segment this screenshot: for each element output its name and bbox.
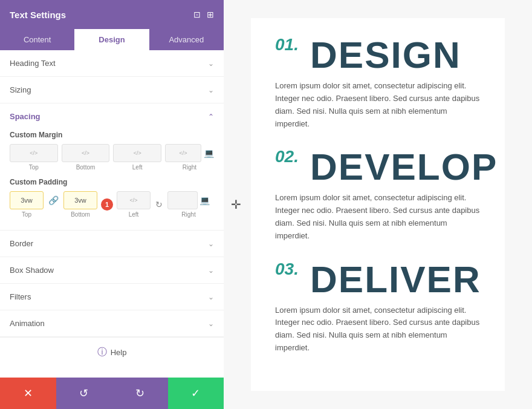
reset-padding-btn[interactable]: ↻ [154, 198, 164, 211]
section-animation[interactable]: Animation ⌄ [0, 310, 224, 337]
section-border[interactable]: Border ⌄ [0, 231, 224, 257]
panel-content: Heading Text ⌄ Sizing ⌄ Spacing ⌃ Custom… [0, 50, 224, 378]
panel-title: Text Settings [10, 10, 66, 20]
padding-bottom-label: Bottom [71, 211, 90, 218]
box-shadow-label: Box Shadow [10, 266, 54, 275]
box-shadow-chevron: ⌄ [208, 266, 214, 275]
code-icon-3: </> [134, 150, 141, 156]
padding-top-value: 3vw [21, 197, 33, 204]
sizing-label: Sizing [10, 85, 31, 94]
margin-top-group: </> Top [10, 144, 58, 171]
code-icon: </> [30, 150, 37, 156]
tab-content[interactable]: Content [0, 29, 74, 50]
border-chevron: ⌄ [208, 240, 214, 248]
tab-design[interactable]: Design [74, 29, 149, 50]
left-panel: Text Settings ⊡ ⊞ Content Design Advance… [0, 0, 224, 409]
expand-icon[interactable]: ⊡ [193, 10, 201, 19]
heading-text-label: Heading Text [10, 59, 56, 68]
padding-label: Custom Padding [10, 178, 214, 186]
item-2-title: DEVELOP [310, 148, 498, 186]
heading-text-chevron: ⌄ [208, 59, 214, 68]
padding-top-input[interactable]: 3vw [10, 191, 44, 209]
code-icon-2: </> [82, 150, 89, 156]
device-icon-padding[interactable]: 💻 [199, 195, 210, 205]
save-button[interactable]: ✓ [168, 378, 224, 409]
help-icon[interactable]: ⓘ [97, 346, 107, 359]
item-3-title: DELIVER [310, 261, 481, 298]
padding-right-input[interactable] [167, 191, 198, 209]
section-sizing[interactable]: Sizing ⌄ [0, 77, 224, 103]
code-icon-5: </> [129, 197, 137, 203]
content-item-1: 01. DESIGN Lorem ipsum dolor sit amet, c… [275, 36, 481, 130]
link-padding-btn[interactable]: 🔗 [47, 194, 60, 206]
padding-left-input[interactable]: </> [117, 191, 151, 209]
margin-bottom-group: </> Bottom [62, 144, 110, 171]
padding-top-group: 3vw Top [10, 191, 44, 218]
move-cursor-icon: ✛ [231, 197, 241, 212]
content-item-3: 03. DELIVER Lorem ipsum dolor sit amet, … [275, 261, 481, 355]
redo-button[interactable]: ↻ [112, 378, 168, 409]
content-item-2-header: 02. DEVELOP [275, 148, 481, 186]
undo-button[interactable]: ↺ [56, 378, 112, 409]
section-spacing-header[interactable]: Spacing ⌃ [0, 103, 224, 125]
padding-left-label: Left [129, 211, 139, 218]
filters-label: Filters [10, 292, 31, 301]
padding-bottom-group: 3vw Bottom [63, 191, 97, 218]
margin-right-input[interactable]: </> [165, 144, 201, 162]
padding-left-group: </> Left [117, 191, 151, 218]
border-label: Border [10, 239, 33, 248]
animation-chevron: ⌄ [208, 319, 214, 328]
content-item-3-header: 03. DELIVER [275, 261, 481, 298]
help-text[interactable]: Help [111, 348, 127, 357]
padding-bottom-value: 3vw [74, 197, 86, 204]
item-2-number: 02. [275, 148, 305, 165]
cancel-button[interactable]: ✕ [0, 378, 56, 409]
spacing-chevron: ⌃ [208, 113, 214, 121]
content-item-2: 02. DEVELOP Lorem ipsum dolor sit amet, … [275, 148, 481, 242]
right-panel: ✛ 01. DESIGN Lorem ipsum dolor sit amet,… [224, 0, 532, 409]
margin-top-label: Top [29, 164, 39, 171]
filters-chevron: ⌄ [208, 293, 214, 301]
panel-header: Text Settings ⊡ ⊞ [0, 0, 224, 29]
grid-icon[interactable]: ⊞ [207, 10, 214, 19]
margin-left-label: Left [132, 164, 143, 171]
item-1-title: DESIGN [310, 36, 461, 74]
section-filters[interactable]: Filters ⌄ [0, 284, 224, 310]
code-icon-4: </> [179, 150, 187, 156]
section-heading-text[interactable]: Heading Text ⌄ [0, 50, 224, 77]
margin-grid: </> Top </> Bottom </> Left [10, 144, 214, 171]
margin-bottom-input[interactable]: </> [62, 144, 110, 162]
margin-left-input[interactable]: </> [113, 144, 161, 162]
tabs-bar: Content Design Advanced [0, 29, 224, 50]
padding-badge: 1 [101, 198, 113, 211]
item-1-body: Lorem ipsum dolor sit amet, consectetur … [275, 80, 481, 130]
padding-right-group: 💻 Right [167, 191, 210, 218]
section-box-shadow[interactable]: Box Shadow ⌄ [0, 257, 224, 284]
margin-right-label: Right [183, 164, 196, 171]
animation-label: Animation [10, 319, 45, 328]
tab-advanced[interactable]: Advanced [149, 29, 224, 50]
help-row: ⓘ Help [0, 337, 224, 367]
content-item-1-header: 01. DESIGN [275, 36, 481, 74]
sizing-chevron: ⌄ [208, 86, 214, 94]
margin-right-group: </> 💻 Right [165, 144, 214, 171]
spacing-section: Custom Margin </> Top </> Bottom </> [0, 125, 224, 231]
margin-bottom-label: Bottom [76, 164, 96, 171]
padding-top-label: Top [22, 211, 31, 218]
panel-header-icons: ⊡ ⊞ [193, 10, 214, 19]
margin-left-group: </> Left [113, 144, 161, 171]
margin-top-input[interactable]: </> [10, 144, 58, 162]
item-1-number: 01. [275, 36, 305, 53]
item-3-body: Lorem ipsum dolor sit amet, consectetur … [275, 304, 481, 355]
padding-right-label: Right [181, 211, 195, 218]
padding-bottom-input[interactable]: 3vw [63, 191, 97, 209]
content-area: 01. DESIGN Lorem ipsum dolor sit amet, c… [251, 18, 505, 391]
device-icon-margin[interactable]: 💻 [204, 148, 214, 158]
bottom-bar: ✕ ↺ ↻ ✓ [0, 378, 224, 409]
margin-label: Custom Margin [10, 131, 214, 139]
item-3-number: 03. [275, 261, 305, 278]
spacing-label: Spacing [10, 112, 41, 121]
item-2-body: Lorem ipsum dolor sit amet, consectetur … [275, 192, 481, 242]
